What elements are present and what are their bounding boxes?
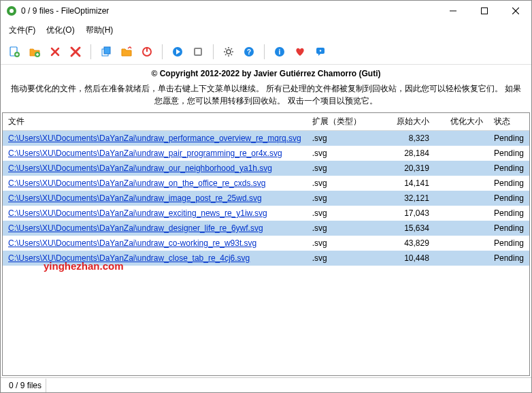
svg-rect-18	[104, 47, 110, 54]
svg-rect-22	[195, 48, 201, 55]
instructions-text: 拖动要优化的文件，然后在准备就绪后，单击右键上下文菜单以继续。 所有已处理的文件…	[7, 82, 525, 107]
table-row[interactable]: C:\Users\XU\Documents\DaYanZai\undraw_ex…	[3, 206, 529, 221]
file-link[interactable]: C:\Users\XU\Documents\DaYanZai\undraw_cl…	[8, 253, 250, 263]
cell-file[interactable]: C:\Users\XU\Documents\DaYanZai\undraw_ou…	[3, 161, 307, 176]
cell-ext: .svg	[307, 176, 374, 191]
minimize-button[interactable]	[437, 1, 469, 21]
info-area: © Copyright 2012-2022 by Javier Gutiérre…	[1, 65, 531, 111]
cell-ext: .svg	[307, 146, 374, 161]
svg-line-29	[231, 54, 233, 56]
col-orig[interactable]: 原始大小	[374, 113, 435, 131]
cell-opt	[435, 251, 488, 266]
cell-orig: 14,141	[374, 176, 435, 191]
cell-status: Pending	[488, 221, 529, 236]
table-row[interactable]: C:\Users\XU\Documents\DaYanZai\undraw_pe…	[3, 131, 529, 146]
svg-line-28	[225, 48, 227, 50]
cell-status: Pending	[488, 146, 529, 161]
file-table[interactable]: 文件 扩展（类型） 原始大小 优化大小 状态 C:\Users\XU\Docum…	[3, 113, 529, 266]
remove-all-button[interactable]	[66, 42, 85, 61]
cell-file[interactable]: C:\Users\XU\Documents\DaYanZai\undraw_im…	[3, 191, 307, 206]
maximize-button[interactable]	[469, 1, 500, 21]
svg-rect-3	[482, 8, 488, 14]
file-table-container: 文件 扩展（类型） 原始大小 优化大小 状态 C:\Users\XU\Docum…	[2, 112, 530, 376]
menubar: 文件(F) 优化(O) 帮助(H)	[1, 21, 531, 40]
help-button[interactable]: ?	[239, 42, 259, 61]
svg-text:i: i	[279, 48, 281, 56]
toolbar: ? i	[1, 40, 531, 65]
window-controls	[437, 1, 531, 21]
file-link[interactable]: C:\Users\XU\Documents\DaYanZai\undraw_im…	[8, 193, 262, 203]
cell-file[interactable]: C:\Users\XU\Documents\DaYanZai\undraw_pe…	[3, 131, 307, 146]
cell-orig: 8,323	[374, 131, 435, 146]
power-button[interactable]	[137, 42, 156, 61]
cell-ext: .svg	[307, 191, 374, 206]
table-row[interactable]: C:\Users\XU\Documents\DaYanZai\undraw_co…	[3, 236, 529, 251]
settings-button[interactable]	[219, 42, 238, 61]
col-ext[interactable]: 扩展（类型）	[307, 113, 374, 131]
cell-orig: 28,184	[374, 146, 435, 161]
info-button[interactable]: i	[270, 42, 289, 61]
cell-ext: .svg	[307, 206, 374, 221]
cell-ext: .svg	[307, 131, 374, 146]
remove-button[interactable]	[46, 42, 65, 61]
table-row[interactable]: C:\Users\XU\Documents\DaYanZai\undraw_de…	[3, 221, 529, 236]
cell-ext: .svg	[307, 251, 374, 266]
table-row[interactable]: C:\Users\XU\Documents\DaYanZai\undraw_pa…	[3, 146, 529, 161]
file-link[interactable]: C:\Users\XU\Documents\DaYanZai\undraw_on…	[8, 178, 265, 188]
col-status[interactable]: 状态	[488, 113, 529, 131]
table-header-row: 文件 扩展（类型） 原始大小 优化大小 状态	[3, 113, 529, 131]
cell-orig: 43,829	[374, 236, 435, 251]
toolbar-separator	[264, 44, 265, 59]
table-row[interactable]: C:\Users\XU\Documents\DaYanZai\undraw_on…	[3, 176, 529, 191]
file-link[interactable]: C:\Users\XU\Documents\DaYanZai\undraw_pe…	[8, 133, 301, 143]
cell-ext: .svg	[307, 221, 374, 236]
table-row[interactable]: C:\Users\XU\Documents\DaYanZai\undraw_ou…	[3, 161, 529, 176]
cell-status: Pending	[488, 251, 529, 266]
cell-file[interactable]: C:\Users\XU\Documents\DaYanZai\undraw_cl…	[3, 251, 307, 266]
cell-file[interactable]: C:\Users\XU\Documents\DaYanZai\undraw_de…	[3, 221, 307, 236]
optimize-play-button[interactable]	[168, 42, 187, 61]
cell-opt	[435, 221, 488, 236]
col-file[interactable]: 文件	[3, 113, 307, 131]
menu-optimize[interactable]: 优化(O)	[41, 22, 80, 38]
cell-status: Pending	[488, 161, 529, 176]
stop-button[interactable]	[188, 42, 207, 61]
titlebar[interactable]: 0 / 9 files - FileOptimizer	[1, 1, 531, 21]
cell-opt	[435, 236, 488, 251]
table-row[interactable]: C:\Users\XU\Documents\DaYanZai\undraw_cl…	[3, 251, 529, 266]
status-file-count: 0 / 9 files	[5, 379, 46, 392]
cell-opt	[435, 206, 488, 221]
file-link[interactable]: C:\Users\XU\Documents\DaYanZai\undraw_de…	[8, 223, 263, 233]
cell-file[interactable]: C:\Users\XU\Documents\DaYanZai\undraw_pa…	[3, 146, 307, 161]
donate-button[interactable]	[290, 42, 310, 61]
file-link[interactable]: C:\Users\XU\Documents\DaYanZai\undraw_ex…	[8, 208, 267, 218]
cell-orig: 10,448	[374, 251, 435, 266]
cell-file[interactable]: C:\Users\XU\Documents\DaYanZai\undraw_co…	[3, 236, 307, 251]
copyright-text: © Copyright 2012-2022 by Javier Gutiérre…	[7, 69, 525, 78]
cell-status: Pending	[488, 176, 529, 191]
menu-help[interactable]: 帮助(H)	[80, 22, 119, 38]
file-link[interactable]: C:\Users\XU\Documents\DaYanZai\undraw_pa…	[8, 148, 282, 158]
close-button[interactable]	[500, 1, 531, 21]
cell-status: Pending	[488, 236, 529, 251]
file-link[interactable]: C:\Users\XU\Documents\DaYanZai\undraw_ou…	[8, 163, 272, 173]
cell-file[interactable]: C:\Users\XU\Documents\DaYanZai\undraw_ex…	[3, 206, 307, 221]
cell-file[interactable]: C:\Users\XU\Documents\DaYanZai\undraw_on…	[3, 176, 307, 191]
cell-status: Pending	[488, 191, 529, 206]
file-link[interactable]: C:\Users\XU\Documents\DaYanZai\undraw_co…	[8, 238, 256, 248]
svg-line-30	[225, 54, 227, 56]
statusbar: 0 / 9 files	[1, 377, 531, 392]
toolbar-separator	[90, 44, 91, 59]
menu-file[interactable]: 文件(F)	[3, 22, 41, 38]
cell-orig: 15,634	[374, 221, 435, 236]
cell-opt	[435, 161, 488, 176]
copy-button[interactable]	[97, 42, 116, 61]
add-folder-button[interactable]	[25, 42, 44, 61]
app-icon	[6, 5, 17, 16]
open-folder-button[interactable]	[117, 42, 136, 61]
table-row[interactable]: C:\Users\XU\Documents\DaYanZai\undraw_im…	[3, 191, 529, 206]
cell-ext: .svg	[307, 161, 374, 176]
feedback-button[interactable]	[311, 42, 330, 61]
col-opt[interactable]: 优化大小	[435, 113, 488, 131]
add-file-button[interactable]	[5, 42, 24, 61]
